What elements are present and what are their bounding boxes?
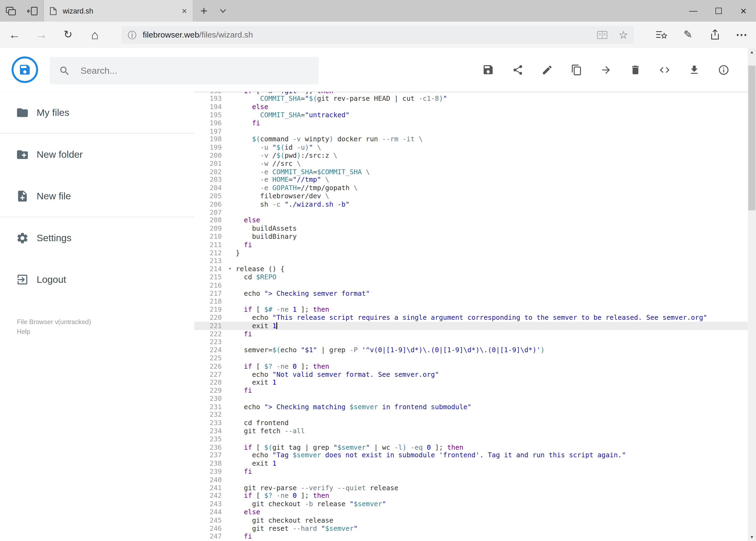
- raw-view-icon[interactable]: [658, 64, 671, 76]
- code-line[interactable]: 218: [194, 297, 748, 305]
- code-editor[interactable]: 192 if [ -d ".git" ]; then193 COMMIT_SHA…: [194, 92, 748, 541]
- code-line[interactable]: 237 echo "Tag $semver does not exist in …: [194, 451, 748, 459]
- code-line[interactable]: 230: [194, 395, 748, 403]
- share-icon[interactable]: [706, 26, 724, 43]
- download-icon[interactable]: [688, 64, 700, 76]
- home-icon[interactable]: ⌂: [86, 26, 104, 43]
- sidebar-item-my-files[interactable]: My files: [0, 92, 194, 133]
- code-line[interactable]: 205 filebrowser/dev \: [194, 192, 748, 200]
- settings-ellipsis-icon[interactable]: ⋯: [733, 26, 750, 43]
- code-line[interactable]: 225: [194, 354, 748, 362]
- fold-arrow-icon[interactable]: ▾: [229, 265, 232, 273]
- scrollbar-thumb[interactable]: [748, 66, 755, 211]
- code-line[interactable]: 195 COMMIT_SHA="untracked": [194, 111, 748, 119]
- code-line[interactable]: 240: [194, 476, 748, 484]
- code-line[interactable]: 197: [194, 127, 748, 135]
- minimize-button[interactable]: —: [681, 0, 706, 22]
- code-line[interactable]: 196 fi: [194, 119, 748, 127]
- code-line[interactable]: 201 -w //src \: [194, 160, 748, 168]
- code-line[interactable]: 227 echo "Not valid semver format. See s…: [194, 370, 748, 378]
- set-aside-tabs-icon[interactable]: [24, 3, 41, 19]
- code-line[interactable]: 234 git fetch --all: [194, 427, 748, 435]
- code-line[interactable]: 203 -e HOME="//tmp" \: [194, 176, 748, 184]
- code-line[interactable]: 200 -v /$(pwd):/src:z \: [194, 152, 748, 160]
- code-line[interactable]: 224 semver=$(echo "$1" | grep -P '^v(0|[…: [194, 346, 748, 354]
- favorite-star-icon[interactable]: ☆: [613, 26, 634, 44]
- back-icon[interactable]: ←: [6, 26, 23, 43]
- code-line[interactable]: 213: [194, 257, 748, 265]
- new-tab-button[interactable]: +: [193, 0, 215, 22]
- hub-icon[interactable]: [653, 26, 670, 43]
- code-line[interactable]: 214▾release () {: [194, 265, 748, 273]
- scroll-down-icon[interactable]: ▼: [748, 533, 756, 541]
- code-line[interactable]: 242 if [ $? -ne 0 ]; then: [194, 492, 748, 500]
- site-info-icon[interactable]: ⓘ: [122, 29, 143, 41]
- code-line[interactable]: 202 -e COMMIT_SHA=$COMMIT_SHA \: [194, 168, 748, 176]
- close-button[interactable]: ×: [731, 0, 756, 22]
- search-box[interactable]: [50, 57, 319, 85]
- copy-icon[interactable]: [570, 64, 583, 76]
- annotate-icon[interactable]: ✎: [679, 26, 697, 43]
- code-line[interactable]: 204 -e GOPATH=//tmp/gopath \: [194, 184, 748, 192]
- code-line[interactable]: 211 fi: [194, 241, 748, 249]
- code-line[interactable]: 215 cd $REPO: [194, 273, 748, 281]
- code-line[interactable]: 247 fi: [194, 532, 748, 540]
- browser-tab[interactable]: wizard.sh ×: [44, 0, 193, 22]
- tab-list-chevron-icon[interactable]: [215, 0, 231, 22]
- sidebar-item-new-file[interactable]: New file: [0, 175, 194, 217]
- code-line[interactable]: 244 else: [194, 508, 748, 516]
- code-line[interactable]: 192 if [ -d ".git" ]; then: [194, 92, 748, 95]
- code-line[interactable]: 235: [194, 435, 748, 443]
- move-icon[interactable]: [600, 64, 612, 76]
- code-line[interactable]: 194 else: [194, 103, 748, 111]
- code-line[interactable]: 217 echo "> Checking semver format": [194, 289, 748, 297]
- code-line[interactable]: 223: [194, 338, 748, 346]
- save-icon[interactable]: [482, 64, 494, 76]
- code-line[interactable]: 210 buildBinary: [194, 233, 748, 241]
- code-line[interactable]: 229 fi: [194, 386, 748, 395]
- code-line[interactable]: 220 echo "This release script requires a…: [194, 313, 748, 322]
- help-link[interactable]: Help: [17, 327, 194, 337]
- rename-icon[interactable]: [541, 64, 553, 76]
- search-input[interactable]: [80, 65, 294, 76]
- forward-icon[interactable]: →: [33, 26, 50, 43]
- file-browser-logo[interactable]: [12, 56, 38, 83]
- code-line[interactable]: 238 exit 1: [194, 459, 748, 467]
- code-line[interactable]: 207: [194, 208, 748, 216]
- code-line[interactable]: 241 git rev-parse --verify --quiet relea…: [194, 484, 748, 492]
- tab-close-icon[interactable]: ×: [182, 6, 187, 15]
- code-line[interactable]: 231 echo "> Checking matching $semver in…: [194, 403, 748, 411]
- sidebar-item-settings[interactable]: Settings: [0, 217, 194, 259]
- code-line[interactable]: 233 cd frontend: [194, 419, 748, 427]
- code-line[interactable]: 219 if [ $# -ne 1 ]; then: [194, 305, 748, 313]
- code-line[interactable]: 222 fi: [194, 330, 748, 338]
- code-line[interactable]: 236 if [ $(git tag | grep "$semver" | wc…: [194, 443, 748, 451]
- code-line[interactable]: 245 git checkout release: [194, 516, 748, 524]
- code-line[interactable]: 232: [194, 411, 748, 419]
- share-icon[interactable]: [511, 64, 524, 76]
- page-scrollbar[interactable]: ▲ ▼: [748, 48, 756, 541]
- maximize-button[interactable]: [706, 0, 731, 22]
- code-line[interactable]: 198 $(command -v winpty) docker run --rm…: [194, 135, 748, 144]
- code-line[interactable]: 221 exit 1: [194, 322, 748, 330]
- code-line[interactable]: 206 sh -c "./wizard.sh -b": [194, 200, 748, 208]
- code-line[interactable]: 208 else: [194, 216, 748, 225]
- sidebar-item-logout[interactable]: Logout: [0, 259, 194, 300]
- address-bar[interactable]: ⓘ filebrowser.web/files/wizard.sh ☆: [122, 26, 634, 44]
- code-line[interactable]: 216: [194, 281, 748, 289]
- url-text[interactable]: filebrowser.web/files/wizard.sh: [143, 30, 253, 40]
- info-icon[interactable]: [717, 64, 730, 76]
- delete-icon[interactable]: [629, 64, 641, 76]
- code-line[interactable]: 243 git checkout -b release "$semver": [194, 500, 748, 508]
- reading-view-icon[interactable]: [592, 26, 613, 44]
- code-line[interactable]: 209 buildAssets: [194, 225, 748, 233]
- code-line[interactable]: 212}: [194, 249, 748, 257]
- code-line[interactable]: 193 COMMIT_SHA="$(git rev-parse HEAD | c…: [194, 95, 748, 103]
- code-line[interactable]: 226 if [ $? -ne 0 ]; then: [194, 362, 748, 370]
- code-line[interactable]: 246 git reset --hard "$semver": [194, 524, 748, 532]
- refresh-icon[interactable]: ↻: [59, 26, 77, 43]
- code-line[interactable]: 199 -u "$(id -u)" \: [194, 144, 748, 152]
- scroll-up-icon[interactable]: ▲: [748, 48, 756, 56]
- code-line[interactable]: 239 fi: [194, 467, 748, 476]
- tab-preview-icon[interactable]: [3, 3, 19, 19]
